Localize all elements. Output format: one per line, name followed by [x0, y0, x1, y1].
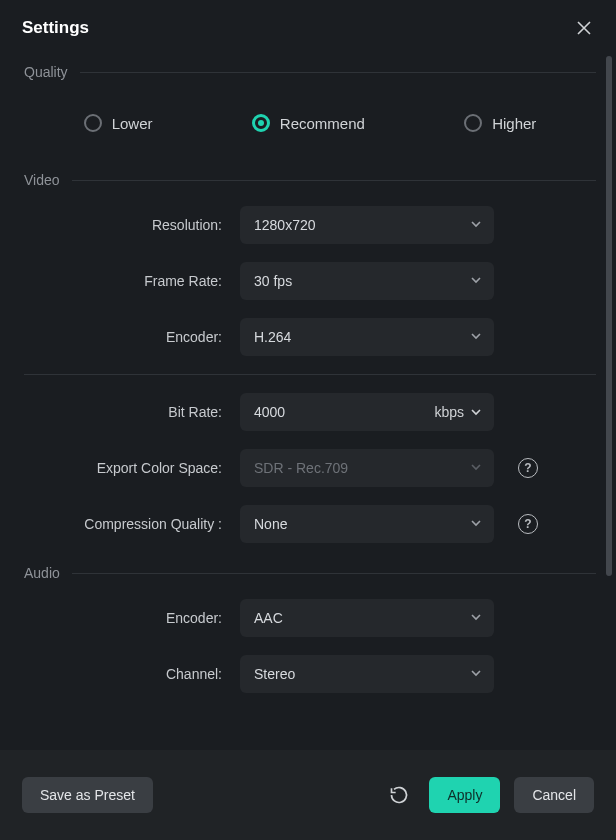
reset-button[interactable] — [383, 779, 415, 811]
radio-icon — [252, 114, 270, 132]
divider — [80, 72, 596, 73]
video-encoder-select[interactable]: H.264 — [240, 318, 494, 356]
close-icon — [576, 20, 592, 36]
reset-icon — [389, 785, 409, 805]
unit-label: kbps — [434, 404, 464, 420]
chevron-down-icon — [470, 406, 482, 418]
chevron-down-icon — [470, 516, 482, 532]
question-icon: ? — [524, 517, 531, 531]
resolution-select[interactable]: 1280x720 — [240, 206, 494, 244]
compression-label: Compression Quality : — [24, 516, 240, 532]
color-space-help-button[interactable]: ? — [518, 458, 538, 478]
chevron-down-icon — [470, 273, 482, 289]
dialog-title: Settings — [22, 18, 89, 38]
apply-button[interactable]: Apply — [429, 777, 500, 813]
radio-icon — [464, 114, 482, 132]
section-label: Video — [24, 172, 60, 188]
select-value: AAC — [254, 610, 283, 626]
select-value: Stereo — [254, 666, 295, 682]
radio-label: Recommend — [280, 115, 365, 132]
bit-rate-label: Bit Rate: — [24, 404, 240, 420]
bit-rate-unit-select[interactable]: kbps — [426, 393, 494, 431]
chevron-down-icon — [470, 329, 482, 345]
color-space-label: Export Color Space: — [24, 460, 240, 476]
compression-select[interactable]: None — [240, 505, 494, 543]
video-encoder-label: Encoder: — [24, 329, 240, 345]
divider — [72, 573, 596, 574]
scrollbar[interactable] — [606, 56, 612, 756]
select-value: None — [254, 516, 287, 532]
section-label: Audio — [24, 565, 60, 581]
audio-encoder-label: Encoder: — [24, 610, 240, 626]
select-value: 30 fps — [254, 273, 292, 289]
select-value: SDR - Rec.709 — [254, 460, 348, 476]
divider — [72, 180, 596, 181]
save-preset-button[interactable]: Save as Preset — [22, 777, 153, 813]
cancel-button[interactable]: Cancel — [514, 777, 594, 813]
compression-help-button[interactable]: ? — [518, 514, 538, 534]
radio-icon — [84, 114, 102, 132]
chevron-down-icon — [470, 217, 482, 233]
section-label: Quality — [24, 64, 68, 80]
frame-rate-select[interactable]: 30 fps — [240, 262, 494, 300]
audio-channel-label: Channel: — [24, 666, 240, 682]
section-header-quality: Quality — [24, 64, 596, 80]
chevron-down-icon — [470, 666, 482, 682]
section-header-audio: Audio — [24, 565, 596, 581]
question-icon: ? — [524, 461, 531, 475]
close-button[interactable] — [574, 18, 594, 38]
radio-label: Higher — [492, 115, 536, 132]
quality-radio-recommend[interactable]: Recommend — [252, 114, 365, 132]
divider — [24, 374, 596, 375]
audio-channel-select[interactable]: Stereo — [240, 655, 494, 693]
color-space-select: SDR - Rec.709 — [240, 449, 494, 487]
quality-radio-higher[interactable]: Higher — [464, 114, 536, 132]
select-value: 1280x720 — [254, 217, 316, 233]
resolution-label: Resolution: — [24, 217, 240, 233]
select-value: H.264 — [254, 329, 291, 345]
section-header-video: Video — [24, 172, 596, 188]
chevron-down-icon — [470, 460, 482, 476]
chevron-down-icon — [470, 610, 482, 626]
radio-label: Lower — [112, 115, 153, 132]
scrollbar-thumb[interactable] — [606, 56, 612, 576]
audio-encoder-select[interactable]: AAC — [240, 599, 494, 637]
frame-rate-label: Frame Rate: — [24, 273, 240, 289]
quality-radio-lower[interactable]: Lower — [84, 114, 153, 132]
